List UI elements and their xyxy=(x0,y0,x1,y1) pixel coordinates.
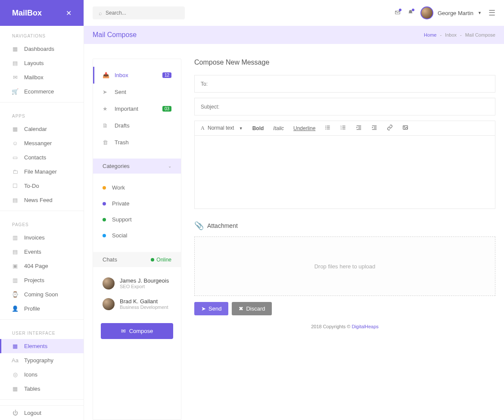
sidebar-item-tables[interactable]: ▦Tables xyxy=(0,382,84,396)
online-indicator: Online xyxy=(151,256,171,263)
sidebar-item-logout[interactable]: ⏻ Logout xyxy=(0,406,84,420)
search-box[interactable]: ⌕ xyxy=(93,6,185,19)
folder-badge: 12 xyxy=(162,72,171,78)
font-dropdown[interactable]: A Normal text ▼ xyxy=(201,125,243,131)
tools-icon[interactable]: ✕ xyxy=(66,9,72,17)
sidebar-item-label: Events xyxy=(24,249,41,255)
underline-button[interactable]: Underline xyxy=(293,125,315,131)
sidebar-item-news-feed[interactable]: ▤News Feed xyxy=(0,193,84,207)
folder-sent[interactable]: ➤Sent xyxy=(93,84,181,100)
sidebar-item-to-do[interactable]: ☐To-Do xyxy=(0,179,84,193)
folder-important[interactable]: ★Important03 xyxy=(93,100,181,117)
category-social[interactable]: Social xyxy=(93,227,181,243)
bell-icon[interactable] xyxy=(408,9,414,17)
sidebar-item-mailbox[interactable]: ✉Mailbox xyxy=(0,70,84,84)
sidebar-item-label: Messanger xyxy=(24,140,52,146)
nav-icon: ▤ xyxy=(12,249,18,255)
sidebar-item-file-manager[interactable]: 🗀File Manager xyxy=(0,165,84,179)
sidebar-item-profile[interactable]: 👤Profile xyxy=(0,302,84,316)
chat-item[interactable]: James J. BourgeoisSEO Export xyxy=(103,273,171,294)
sidebar-item-messanger[interactable]: ☺Messanger xyxy=(0,136,84,150)
footer-brand[interactable]: DigitalHeaps xyxy=(352,324,378,329)
sidebar-item-events[interactable]: ▤Events xyxy=(0,245,84,259)
sidebar-item-layouts[interactable]: ▤Layouts xyxy=(0,56,84,70)
folder-icon: ★ xyxy=(103,106,109,112)
outdent-icon[interactable] xyxy=(356,124,362,132)
category-support[interactable]: Support xyxy=(93,212,181,227)
svg-rect-6 xyxy=(327,129,330,129)
menu-icon[interactable]: ☰ xyxy=(488,8,495,18)
sidebar-item-label: Invoices xyxy=(24,234,45,241)
user-menu[interactable]: George Martin ▼ xyxy=(420,6,482,19)
svg-rect-8 xyxy=(342,126,345,126)
svg-point-1 xyxy=(326,126,327,127)
folder-trash[interactable]: 🗑Trash xyxy=(93,134,181,151)
nav-icon: ▤ xyxy=(12,197,18,203)
svg-text:3: 3 xyxy=(341,128,342,130)
nav-icon: ☺ xyxy=(12,140,18,146)
discard-button[interactable]: ✖ Discard xyxy=(232,302,272,315)
sidebar-item-icons[interactable]: ◎Icons xyxy=(0,367,84,382)
indent-icon[interactable] xyxy=(371,124,377,132)
subject-field[interactable] xyxy=(201,104,489,110)
nav-icon: ⌚ xyxy=(12,292,18,298)
search-input[interactable] xyxy=(106,10,179,16)
notification-dot xyxy=(412,9,414,11)
ordered-list-icon[interactable]: 123 xyxy=(340,124,346,132)
sidebar-item-label: Calendar xyxy=(24,126,47,132)
category-work[interactable]: Work xyxy=(93,180,181,196)
image-icon[interactable] xyxy=(402,124,408,132)
send-button[interactable]: ➤ Send xyxy=(194,302,228,315)
sidebar-section-label: NAVIGATIONS xyxy=(0,26,84,42)
unordered-list-icon[interactable] xyxy=(325,124,331,132)
categories-header[interactable]: Categories ⌄ xyxy=(93,159,181,174)
mail-icon[interactable] xyxy=(395,9,401,17)
attachment-label: 📎 Attachment xyxy=(194,221,495,230)
chat-item[interactable]: Brad K. GallantBusiness Development xyxy=(103,294,171,314)
sidebar-item-ecommerce[interactable]: 🛒Ecommerce xyxy=(0,84,84,99)
sidebar-item-invoices[interactable]: ▥Invoices xyxy=(0,230,84,245)
svg-rect-4 xyxy=(327,127,330,128)
user-name: George Martin xyxy=(438,10,473,16)
svg-rect-13 xyxy=(357,125,361,126)
sidebar-item-coming-soon[interactable]: ⌚Coming Soon xyxy=(0,287,84,302)
to-field[interactable] xyxy=(201,81,489,87)
breadcrumb-inbox[interactable]: Inbox xyxy=(445,32,457,37)
avatar xyxy=(103,277,115,289)
sidebar-item-dashboards[interactable]: ▦Dashboards xyxy=(0,42,84,56)
nav-icon: ▦ xyxy=(12,343,18,349)
sidebar-item-elements[interactable]: ▦Elements xyxy=(0,339,84,353)
svg-rect-14 xyxy=(358,127,361,127)
breadcrumb: Home - Inbox - Mail Compose xyxy=(424,32,495,37)
breadcrumb-current: Mail Compose xyxy=(465,32,495,37)
nav-icon: ▥ xyxy=(12,235,18,241)
svg-point-3 xyxy=(326,127,327,128)
mail-panel: 📥Inbox12➤Sent★Important03🗎Drafts🗑Trash C… xyxy=(93,59,181,420)
category-private[interactable]: Private xyxy=(93,196,181,212)
paperclip-icon: 📎 xyxy=(194,221,204,230)
italic-button[interactable]: Italic xyxy=(273,125,284,131)
folder-inbox[interactable]: 📥Inbox12 xyxy=(93,67,181,84)
nav-icon: ▦ xyxy=(12,126,18,132)
nav-icon: Aa xyxy=(12,358,18,364)
avatar xyxy=(103,298,115,310)
folder-icon: 🗑 xyxy=(103,139,109,146)
link-icon[interactable] xyxy=(387,124,393,132)
editor-body[interactable] xyxy=(194,136,495,209)
dropzone[interactable]: Drop files here to upload xyxy=(194,236,495,296)
folder-drafts[interactable]: 🗎Drafts xyxy=(93,117,181,134)
sidebar-item-typography[interactable]: AaTypography xyxy=(0,353,84,367)
sidebar-item-projects[interactable]: ▥Projects xyxy=(0,273,84,287)
sidebar-item-calendar[interactable]: ▦Calendar xyxy=(0,122,84,136)
sidebar-item-404-page[interactable]: ▣404 Page xyxy=(0,259,84,273)
breadcrumb-home[interactable]: Home xyxy=(424,32,436,37)
bold-button[interactable]: Bold xyxy=(252,125,264,131)
category-label: Work xyxy=(112,184,125,191)
compose-button[interactable]: ✉ Compose xyxy=(101,323,173,339)
sidebar-item-label: Contacts xyxy=(24,154,46,161)
sidebar-item-contacts[interactable]: ▭Contacts xyxy=(0,150,84,165)
svg-rect-10 xyxy=(342,127,345,128)
chats-header: Chats Online xyxy=(93,252,181,267)
sidebar-item-label: Layouts xyxy=(24,60,44,66)
search-icon: ⌕ xyxy=(99,10,102,16)
